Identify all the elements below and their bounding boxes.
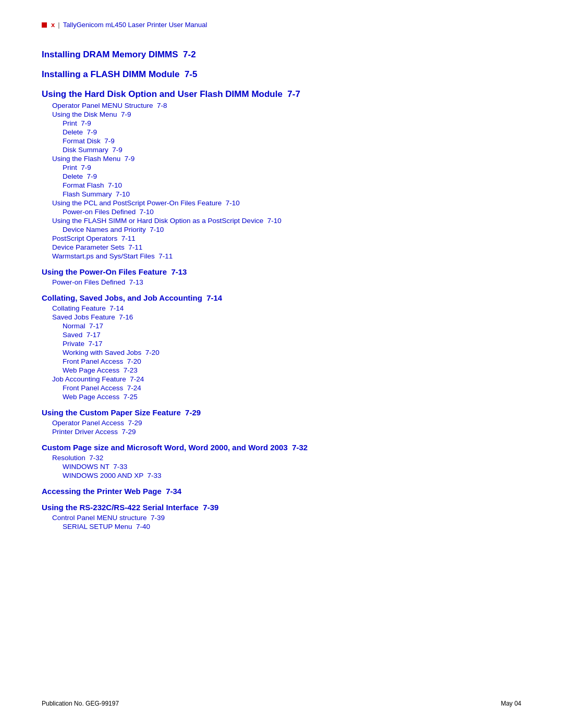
entry-web-page-2: Web Page Access 7-25 — [42, 393, 521, 401]
entry-device-names-label: Device Names and Priority — [63, 226, 146, 233]
entry-windows-2000: WINDOWS 2000 AND XP 7-33 — [42, 472, 521, 479]
entry-web-page-2-page: 7-25 — [124, 393, 138, 401]
entry-flash-print-label: Print — [63, 164, 77, 171]
sub-serial-interface-page: 7-39 — [203, 503, 218, 512]
entry-flash-menu-label: Using the Flash Menu — [52, 155, 120, 163]
entry-job-accounting: Job Accounting Feature 7-24 — [42, 375, 521, 383]
entry-control-panel-menu-page: 7-39 — [151, 514, 165, 522]
entry-front-panel-2: Front Panel Access 7-24 — [42, 384, 521, 392]
entry-disk-delete: Delete 7-9 — [42, 128, 521, 136]
entry-format-disk-label: Format Disk — [63, 137, 101, 145]
entry-resolution-page: 7-32 — [89, 454, 103, 462]
entry-device-names: Device Names and Priority 7-10 — [42, 226, 521, 233]
footer: Publication No. GEG-99197 May 04 — [42, 700, 521, 707]
entry-flash-summary-page: 7-10 — [116, 190, 130, 198]
entry-flash-menu: Using the Flash Menu 7-9 — [42, 155, 521, 163]
entry-flash-summary: Flash Summary 7-10 — [42, 190, 521, 198]
sub-custom-ms-word: Custom Page size and Microsoft Word, Wor… — [42, 443, 521, 452]
section-installing-flash-label: Installing a FLASH DIMM Module — [42, 69, 179, 79]
entry-disk-menu-page: 7-9 — [121, 110, 131, 118]
section-installing-dram-label: Installing DRAM Memory DIMMS — [42, 50, 178, 59]
entry-warmstart-label: Warmstart.ps and Sys/Start Files — [52, 252, 155, 260]
entry-disk-summary-page: 7-9 — [112, 146, 123, 154]
entry-power-on-defined-2: Power-on Files Defined 7-13 — [42, 278, 521, 286]
sub-collating-page: 7-14 — [206, 293, 222, 302]
sub-custom-paper-label: Using the Custom Paper Size Feature — [42, 408, 181, 417]
entry-warmstart: Warmstart.ps and Sys/Start Files 7-11 — [42, 252, 521, 260]
entry-saved-page: 7-17 — [87, 331, 101, 339]
entry-format-flash-label: Format Flash — [63, 181, 104, 189]
entry-flash-summary-label: Flash Summary — [63, 190, 112, 198]
entry-windows-2000-label: WINDOWS 2000 AND XP — [63, 472, 143, 479]
entry-flash-print-page: 7-9 — [81, 164, 91, 171]
entry-resolution-label: Resolution — [52, 454, 85, 462]
entry-operator-panel-access-label: Operator Panel Access — [52, 419, 124, 427]
entry-operator-panel-access: Operator Panel Access 7-29 — [42, 419, 521, 427]
sub-custom-paper: Using the Custom Paper Size Feature 7-29 — [42, 408, 521, 417]
entry-format-flash: Format Flash 7-10 — [42, 181, 521, 189]
section-installing-flash-page: 7-5 — [185, 69, 198, 79]
entry-saved: Saved 7-17 — [42, 331, 521, 339]
entry-serial-setup-page: 7-40 — [136, 523, 150, 530]
entry-resolution: Resolution 7-32 — [42, 454, 521, 462]
entry-normal-page: 7-17 — [89, 322, 103, 330]
footer-right: May 04 — [501, 700, 521, 707]
entry-web-page-1: Web Page Access 7-23 — [42, 366, 521, 374]
entry-collating-feature-label: Collating Feature — [52, 304, 106, 312]
section-hard-disk: Using the Hard Disk Option and User Flas… — [42, 89, 521, 100]
entry-disk-print-page: 7-9 — [81, 119, 91, 127]
entry-operator-panel-access-page: 7-29 — [128, 419, 142, 427]
entry-saved-jobs-label: Saved Jobs Feature — [52, 313, 115, 321]
entry-disk-summary: Disk Summary 7-9 — [42, 146, 521, 154]
section-hard-disk-page: 7-7 — [287, 89, 300, 99]
entry-power-on-defined-1-page: 7-10 — [140, 208, 154, 216]
entry-windows-nt-page: 7-33 — [113, 463, 127, 471]
entry-windows-2000-page: 7-33 — [148, 472, 162, 479]
entry-device-names-page: 7-10 — [150, 226, 164, 233]
entry-pcl-postscript: Using the PCL and PostScript Power-On Fi… — [42, 199, 521, 207]
sub-custom-ms-word-page: 7-32 — [292, 443, 308, 452]
entry-power-on-defined-2-label: Power-on Files Defined — [52, 278, 125, 286]
footer-left: Publication No. GEG-99197 — [42, 700, 119, 707]
entry-pcl-postscript-page: 7-10 — [226, 199, 240, 207]
entry-disk-delete-page: 7-9 — [87, 128, 97, 136]
entry-postscript-operators: PostScript Operators 7-11 — [42, 235, 521, 242]
entry-private: Private 7-17 — [42, 340, 521, 348]
entry-working-saved-page: 7-20 — [145, 349, 160, 356]
entry-disk-summary-label: Disk Summary — [63, 146, 108, 154]
entry-private-page: 7-17 — [89, 340, 103, 348]
entry-working-saved: Working with Saved Jobs 7-20 — [42, 349, 521, 356]
entry-flash-simm-page: 7-10 — [267, 217, 282, 225]
entry-format-flash-page: 7-10 — [108, 181, 122, 189]
entry-web-page-2-label: Web Page Access — [63, 393, 119, 401]
sub-power-on-label: Using the Power-On Files Feature — [42, 267, 167, 276]
entry-disk-menu: Using the Disk Menu 7-9 — [42, 110, 521, 118]
entry-flash-simm-label: Using the FLASH SIMM or Hard Disk Option… — [52, 217, 263, 225]
sub-collating: Collating, Saved Jobs, and Job Accountin… — [42, 293, 521, 302]
page-container: x | TallyGenicom mL450 Laser Printer Use… — [0, 0, 563, 728]
entry-serial-setup: SERIAL SETUP Menu 7-40 — [42, 523, 521, 530]
red-marker — [42, 22, 47, 28]
entry-private-label: Private — [63, 340, 84, 348]
entry-serial-setup-label: SERIAL SETUP Menu — [63, 523, 132, 530]
header-x: x — [51, 21, 55, 29]
entry-front-panel-1-page: 7-20 — [127, 357, 141, 365]
entry-control-panel-menu-label: Control Panel MENU structure — [52, 514, 147, 522]
entry-collating-feature-page: 7-14 — [109, 304, 124, 312]
entry-disk-print-label: Print — [63, 119, 77, 127]
entry-flash-delete-page: 7-9 — [87, 172, 97, 180]
entry-front-panel-1-label: Front Panel Access — [63, 357, 123, 365]
entry-windows-nt-label: WINDOWS NT — [63, 463, 109, 471]
entry-format-disk-page: 7-9 — [104, 137, 115, 145]
header-separator: | — [58, 21, 59, 29]
header: x | TallyGenicom mL450 Laser Printer Use… — [42, 21, 521, 29]
entry-windows-nt: WINDOWS NT 7-33 — [42, 463, 521, 471]
section-installing-dram: Installing DRAM Memory DIMMS 7-2 — [42, 50, 521, 60]
entry-power-on-defined-1-label: Power-on Files Defined — [63, 208, 136, 216]
entry-power-on-defined-2-page: 7-13 — [129, 278, 143, 286]
entry-saved-jobs: Saved Jobs Feature 7-16 — [42, 313, 521, 321]
entry-flash-print: Print 7-9 — [42, 164, 521, 171]
entry-operator-panel: Operator Panel MENU Structure 7-8 — [42, 102, 521, 109]
toc-content: Installing DRAM Memory DIMMS 7-2 Install… — [42, 50, 521, 530]
section-installing-flash: Installing a FLASH DIMM Module 7-5 — [42, 69, 521, 80]
